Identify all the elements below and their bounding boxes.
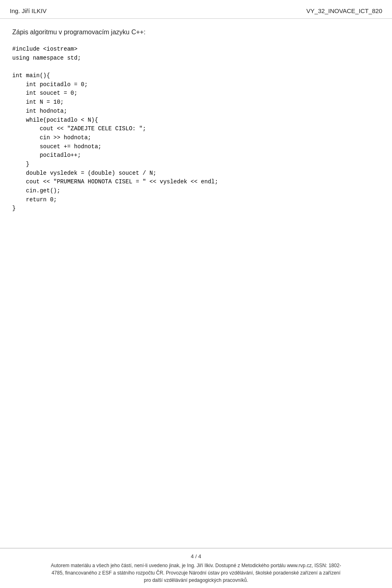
document-id: VY_32_INOVACE_ICT_820 (306, 7, 382, 14)
footer-line2: 4785, financovaného z ESF a státního roz… (51, 570, 341, 576)
page-number: 4 / 4 (10, 553, 382, 559)
author-name: Ing. Jiří ILKIV (10, 7, 47, 14)
main-content: Zápis algoritmu v programovacím jazyku C… (0, 19, 392, 221)
footer-text: Autorem materiálu a všech jeho částí, ne… (10, 562, 382, 584)
page-header: Ing. Jiří ILKIV VY_32_INOVACE_ICT_820 (0, 0, 392, 19)
page-footer: 4 / 4 Autorem materiálu a všech jeho čás… (0, 548, 392, 588)
page-subtitle: Zápis algoritmu v programovacím jazyku C… (12, 29, 380, 36)
footer-line1: Autorem materiálu a všech jeho částí, ne… (51, 563, 341, 568)
code-block: #include <iostream> using namespace std;… (12, 45, 380, 213)
footer-line3: pro další vzdělávání pedagogických praco… (144, 577, 248, 583)
